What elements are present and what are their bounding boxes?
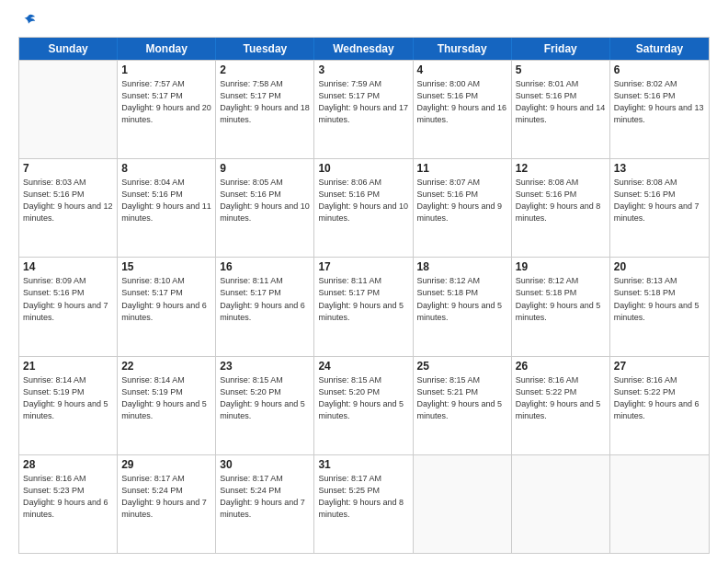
day-cell-2: 2Sunrise: 7:58 AM Sunset: 5:17 PM Daylig…: [216, 61, 314, 158]
day-cell-13: 13Sunrise: 8:08 AM Sunset: 5:16 PM Dayli…: [610, 159, 709, 257]
day-cell-31: 31Sunrise: 8:17 AM Sunset: 5:25 PM Dayli…: [314, 455, 413, 553]
header-day-sunday: Sunday: [19, 38, 118, 60]
day-number: 14: [23, 260, 113, 273]
day-cell-30: 30Sunrise: 8:17 AM Sunset: 5:24 PM Dayli…: [216, 455, 314, 553]
day-cell-22: 22Sunrise: 8:14 AM Sunset: 5:19 PM Dayli…: [118, 357, 216, 454]
day-number: 19: [516, 260, 606, 273]
day-cell-12: 12Sunrise: 8:08 AM Sunset: 5:16 PM Dayli…: [512, 159, 610, 257]
day-cell-11: 11Sunrise: 8:07 AM Sunset: 5:16 PM Dayli…: [414, 159, 512, 257]
day-info: Sunrise: 8:06 AM Sunset: 5:16 PM Dayligh…: [318, 177, 408, 224]
calendar: SundayMondayTuesdayWednesdayThursdayFrid…: [18, 37, 710, 554]
day-number: 20: [614, 260, 705, 273]
day-number: 16: [220, 260, 310, 273]
header-day-monday: Monday: [118, 38, 216, 60]
day-number: 13: [614, 162, 705, 175]
day-number: 10: [318, 162, 408, 175]
day-number: 22: [121, 360, 211, 373]
logo-bird-icon: [20, 13, 37, 29]
calendar-header: SundayMondayTuesdayWednesdayThursdayFrid…: [19, 38, 709, 60]
week-row-5: 28Sunrise: 8:16 AM Sunset: 5:23 PM Dayli…: [19, 454, 709, 553]
day-info: Sunrise: 8:13 AM Sunset: 5:18 PM Dayligh…: [614, 275, 705, 323]
day-info: Sunrise: 8:05 AM Sunset: 5:16 PM Dayligh…: [220, 177, 310, 224]
day-info: Sunrise: 8:10 AM Sunset: 5:17 PM Dayligh…: [121, 275, 211, 323]
day-info: Sunrise: 8:08 AM Sunset: 5:16 PM Dayligh…: [614, 177, 705, 224]
day-info: Sunrise: 8:03 AM Sunset: 5:16 PM Dayligh…: [23, 177, 113, 224]
day-cell-25: 25Sunrise: 8:15 AM Sunset: 5:21 PM Dayli…: [414, 357, 512, 454]
day-cell-16: 16Sunrise: 8:11 AM Sunset: 5:17 PM Dayli…: [216, 258, 314, 355]
day-cell-1: 1Sunrise: 7:57 AM Sunset: 5:17 PM Daylig…: [118, 61, 216, 158]
day-cell-empty-0-0: [19, 61, 118, 158]
day-number: 31: [318, 458, 408, 471]
day-number: 25: [417, 360, 507, 373]
day-cell-23: 23Sunrise: 8:15 AM Sunset: 5:20 PM Dayli…: [216, 357, 314, 454]
day-info: Sunrise: 8:00 AM Sunset: 5:16 PM Dayligh…: [417, 78, 507, 126]
day-number: 27: [614, 360, 705, 373]
day-cell-empty-4-5: [512, 455, 610, 553]
day-info: Sunrise: 8:04 AM Sunset: 5:16 PM Dayligh…: [121, 177, 211, 224]
day-cell-26: 26Sunrise: 8:16 AM Sunset: 5:22 PM Dayli…: [512, 357, 610, 454]
logo: [18, 17, 37, 28]
day-cell-27: 27Sunrise: 8:16 AM Sunset: 5:22 PM Dayli…: [610, 357, 709, 454]
day-info: Sunrise: 7:58 AM Sunset: 5:17 PM Dayligh…: [220, 78, 310, 126]
day-number: 2: [220, 63, 310, 76]
day-info: Sunrise: 8:17 AM Sunset: 5:24 PM Dayligh…: [220, 473, 310, 521]
page: SundayMondayTuesdayWednesdayThursdayFrid…: [0, 0, 728, 563]
header-day-saturday: Saturday: [610, 38, 709, 60]
day-cell-7: 7Sunrise: 8:03 AM Sunset: 5:16 PM Daylig…: [19, 159, 118, 257]
day-info: Sunrise: 8:02 AM Sunset: 5:16 PM Dayligh…: [614, 78, 705, 126]
day-cell-17: 17Sunrise: 8:11 AM Sunset: 5:17 PM Dayli…: [314, 258, 413, 355]
day-number: 6: [614, 63, 705, 76]
day-cell-29: 29Sunrise: 8:17 AM Sunset: 5:24 PM Dayli…: [118, 455, 216, 553]
day-number: 11: [417, 162, 507, 175]
day-cell-6: 6Sunrise: 8:02 AM Sunset: 5:16 PM Daylig…: [610, 61, 709, 158]
day-number: 23: [220, 360, 310, 373]
day-cell-28: 28Sunrise: 8:16 AM Sunset: 5:23 PM Dayli…: [19, 455, 118, 553]
header-day-thursday: Thursday: [414, 38, 512, 60]
day-number: 12: [516, 162, 606, 175]
day-cell-21: 21Sunrise: 8:14 AM Sunset: 5:19 PM Dayli…: [19, 357, 118, 454]
day-cell-8: 8Sunrise: 8:04 AM Sunset: 5:16 PM Daylig…: [118, 159, 216, 257]
header-day-friday: Friday: [512, 38, 610, 60]
day-number: 7: [23, 162, 113, 175]
day-number: 18: [417, 260, 507, 273]
day-info: Sunrise: 7:59 AM Sunset: 5:17 PM Dayligh…: [318, 78, 408, 126]
day-info: Sunrise: 8:15 AM Sunset: 5:21 PM Dayligh…: [417, 374, 507, 422]
day-number: 9: [220, 162, 310, 175]
day-info: Sunrise: 8:14 AM Sunset: 5:19 PM Dayligh…: [23, 374, 113, 422]
week-row-1: 1Sunrise: 7:57 AM Sunset: 5:17 PM Daylig…: [19, 60, 709, 158]
day-cell-14: 14Sunrise: 8:09 AM Sunset: 5:16 PM Dayli…: [19, 258, 118, 355]
day-info: Sunrise: 8:11 AM Sunset: 5:17 PM Dayligh…: [220, 275, 310, 323]
calendar-body: 1Sunrise: 7:57 AM Sunset: 5:17 PM Daylig…: [19, 60, 709, 553]
day-cell-19: 19Sunrise: 8:12 AM Sunset: 5:18 PM Dayli…: [512, 258, 610, 355]
day-info: Sunrise: 8:15 AM Sunset: 5:20 PM Dayligh…: [220, 374, 310, 422]
day-info: Sunrise: 8:15 AM Sunset: 5:20 PM Dayligh…: [318, 374, 408, 422]
day-number: 8: [121, 162, 211, 175]
day-number: 17: [318, 260, 408, 273]
day-info: Sunrise: 8:09 AM Sunset: 5:16 PM Dayligh…: [23, 275, 113, 323]
header-day-wednesday: Wednesday: [314, 38, 413, 60]
day-info: Sunrise: 8:07 AM Sunset: 5:16 PM Dayligh…: [417, 177, 507, 224]
day-cell-5: 5Sunrise: 8:01 AM Sunset: 5:16 PM Daylig…: [512, 61, 610, 158]
day-cell-4: 4Sunrise: 8:00 AM Sunset: 5:16 PM Daylig…: [414, 61, 512, 158]
day-number: 30: [220, 458, 310, 471]
header: [18, 17, 710, 28]
day-info: Sunrise: 8:17 AM Sunset: 5:24 PM Dayligh…: [121, 473, 211, 521]
day-number: 15: [121, 260, 211, 273]
day-info: Sunrise: 8:11 AM Sunset: 5:17 PM Dayligh…: [318, 275, 408, 323]
day-info: Sunrise: 8:16 AM Sunset: 5:23 PM Dayligh…: [23, 473, 113, 521]
day-number: 5: [516, 63, 606, 76]
day-number: 24: [318, 360, 408, 373]
week-row-2: 7Sunrise: 8:03 AM Sunset: 5:16 PM Daylig…: [19, 158, 709, 257]
day-number: 29: [121, 458, 211, 471]
day-info: Sunrise: 7:57 AM Sunset: 5:17 PM Dayligh…: [121, 78, 211, 126]
day-cell-3: 3Sunrise: 7:59 AM Sunset: 5:17 PM Daylig…: [314, 61, 413, 158]
day-info: Sunrise: 8:17 AM Sunset: 5:25 PM Dayligh…: [318, 473, 408, 521]
day-number: 4: [417, 63, 507, 76]
day-info: Sunrise: 8:16 AM Sunset: 5:22 PM Dayligh…: [614, 374, 705, 422]
day-info: Sunrise: 8:12 AM Sunset: 5:18 PM Dayligh…: [516, 275, 606, 323]
day-cell-9: 9Sunrise: 8:05 AM Sunset: 5:16 PM Daylig…: [216, 159, 314, 257]
day-cell-24: 24Sunrise: 8:15 AM Sunset: 5:20 PM Dayli…: [314, 357, 413, 454]
day-info: Sunrise: 8:16 AM Sunset: 5:22 PM Dayligh…: [516, 374, 606, 422]
day-info: Sunrise: 8:14 AM Sunset: 5:19 PM Dayligh…: [121, 374, 211, 422]
day-cell-18: 18Sunrise: 8:12 AM Sunset: 5:18 PM Dayli…: [414, 258, 512, 355]
